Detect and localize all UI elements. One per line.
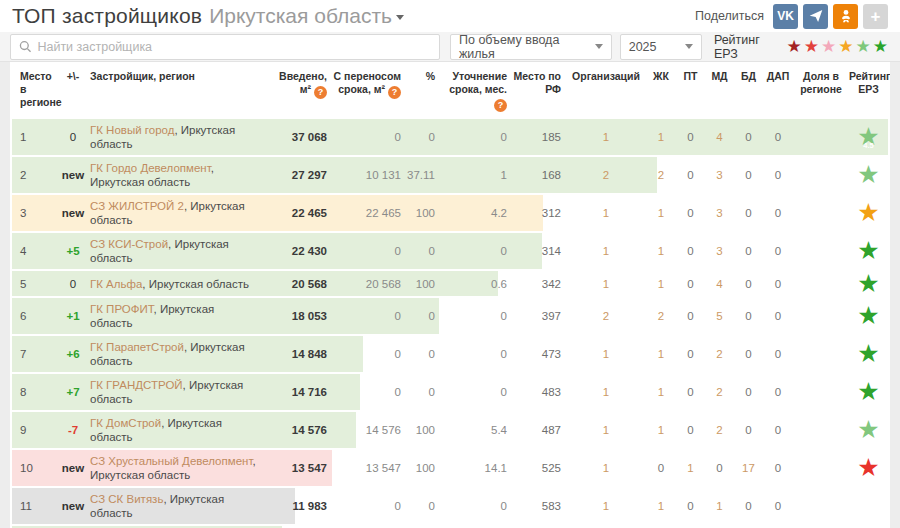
rating-filter-star-icon[interactable]: ★ [821, 38, 836, 55]
utochnenie-value: 0 [501, 500, 507, 512]
column-header-perenos[interactable]: С переносом срока, м²? [332, 70, 406, 112]
utochnenie-cell: 0 [440, 119, 512, 155]
rank-value: 8 [20, 386, 26, 398]
rating-filter-star-icon[interactable]: ★ [838, 38, 853, 55]
perenos-cell: 14 576 [332, 412, 406, 448]
vvedeno-value: 13 547 [292, 462, 327, 474]
perenos-value: 13 547 [366, 462, 401, 474]
pct-value: 0 [429, 386, 435, 398]
dap-cell: 0 [763, 488, 793, 524]
perenos-cell: 0 [332, 488, 406, 524]
bd-cell: 0 [734, 336, 763, 372]
rating-filter-star-icon[interactable]: ★ [787, 38, 802, 55]
vk-share-icon[interactable]: VK [773, 4, 798, 29]
sort-select[interactable]: По объему ввода жилья [450, 34, 612, 60]
dolya-cell [793, 195, 849, 231]
column-header-utochnenie[interactable]: Уточнение срока, мес.? [440, 70, 512, 112]
column-header-change[interactable]: +\- [56, 70, 90, 112]
vvedeno-cell: 20 568 [270, 271, 332, 296]
vvedeno-value: 22 430 [292, 245, 327, 257]
search-input[interactable] [37, 40, 431, 54]
column-header-dolya[interactable]: Доля в регионе [793, 70, 849, 112]
rank-cell: 10 [12, 450, 56, 486]
rating-filter-star-icon[interactable]: ★ [804, 38, 819, 55]
developer-link[interactable]: ГК ПарапетСтрой [90, 341, 184, 353]
column-header-md[interactable]: МД [705, 70, 734, 112]
rating-star-icon[interactable]: ★5 [857, 240, 879, 262]
rating-star-icon[interactable]: ★5 [857, 381, 879, 403]
column-header-org[interactable]: Организаций [566, 70, 646, 112]
org-cell: 1 [566, 374, 646, 410]
column-header-vvedeno[interactable]: Введено, м²? [270, 70, 332, 112]
pt-value: 0 [687, 424, 693, 436]
column-header-rank[interactable]: Место в регионе [12, 70, 56, 112]
help-icon[interactable]: ? [388, 86, 401, 99]
rf-cell: 314 [512, 233, 566, 269]
telegram-share-icon[interactable] [803, 4, 828, 29]
developer-link[interactable]: ГК Альфа [90, 278, 142, 290]
developer-link[interactable]: ГК Новый город [90, 124, 174, 136]
column-header-pct[interactable]: % [406, 70, 440, 112]
odnoklassniki-share-icon[interactable] [833, 4, 858, 29]
developer-link[interactable]: ГК Гордо Девелопмент [90, 162, 211, 174]
developer-link[interactable]: ГК ГРАНДСТРОЙ [90, 379, 183, 391]
vvedeno-cell: 37 068 [270, 119, 332, 155]
column-header-zhk[interactable]: ЖК [646, 70, 676, 112]
dap-value: 0 [775, 245, 781, 257]
rating-star-icon[interactable]: ★1 [857, 457, 879, 479]
rating-star-icon[interactable]: ★4.5 [857, 126, 879, 148]
help-icon[interactable]: ? [314, 86, 327, 99]
rating-star-icon[interactable]: ★4 [857, 164, 879, 186]
help-icon[interactable]: ? [494, 99, 507, 112]
utochnenie-cell: 4.2 [440, 195, 512, 231]
column-label: Рейтинг ЕРЗ [849, 70, 890, 95]
utochnenie-value: 0 [501, 348, 507, 360]
developer-link[interactable]: ГК ДомСтрой [90, 417, 161, 429]
year-select[interactable]: 2025 [620, 34, 702, 60]
org-cell: 1 [566, 271, 646, 296]
column-header-dap[interactable]: ДАП [763, 70, 793, 112]
column-header-pt[interactable]: ПТ [676, 70, 705, 112]
pt-cell: 0 [676, 119, 705, 155]
region-selector[interactable]: Иркутская область [209, 4, 404, 28]
rating-star-icon[interactable]: ★5 [857, 343, 879, 365]
more-share-button[interactable]: + [863, 4, 888, 29]
rating-filter-star-icon[interactable]: ★ [873, 38, 888, 55]
dolya-cell [793, 374, 849, 410]
developer-search[interactable] [10, 34, 440, 60]
column-header-rf[interactable]: Место по РФ [512, 70, 566, 112]
dap-cell: 0 [763, 271, 793, 296]
developer-link[interactable]: СЗ СК Витязь [90, 493, 163, 505]
md-value: 5 [716, 310, 722, 322]
org-value: 1 [603, 348, 609, 360]
dap-value: 0 [775, 310, 781, 322]
name-cell: СЗ КСИ-Строй, Иркутская область [90, 233, 270, 269]
vvedeno-cell: 22 430 [270, 233, 332, 269]
rating-cell: ★5 [849, 233, 888, 269]
zhk-value: 1 [658, 278, 664, 290]
vvedeno-value: 11 983 [292, 500, 327, 512]
rating-filter-star-icon[interactable]: ★ [856, 38, 871, 55]
column-header-rating[interactable]: Рейтинг ЕРЗ [849, 70, 888, 112]
rating-star-icon[interactable]: ★5 [857, 305, 879, 327]
zhk-value: 1 [658, 424, 664, 436]
rating-star-icon[interactable]: ★4 [857, 419, 879, 441]
developer-link[interactable]: СЗ КСИ-Строй [90, 238, 168, 250]
column-header-bd[interactable]: БД [734, 70, 763, 112]
column-label: ЖК [653, 70, 669, 82]
rating-star-icon[interactable]: ★5 [857, 273, 879, 295]
vvedeno-value: 22 465 [292, 207, 327, 219]
change-cell: +5 [56, 233, 90, 269]
column-header-name[interactable]: Застройщик, регион [90, 70, 270, 112]
dap-value: 0 [775, 424, 781, 436]
developer-link[interactable]: ГК ПРОФИТ [90, 303, 154, 315]
bd-cell: 0 [734, 195, 763, 231]
developer-link[interactable]: СЗ Хрустальный Девелопмент [90, 455, 252, 467]
pct-cell: 0 [406, 336, 440, 372]
developer-link[interactable]: СЗ ЖИЛСТРОЙ 2 [90, 200, 184, 212]
vvedeno-cell: 14 848 [270, 336, 332, 372]
name-cell: СЗ СК Витязь, Иркутская область [90, 488, 270, 524]
rating-star-icon[interactable]: ★3 [857, 202, 879, 224]
pt-cell: 1 [676, 450, 705, 486]
pct-cell: 0 [406, 298, 440, 334]
